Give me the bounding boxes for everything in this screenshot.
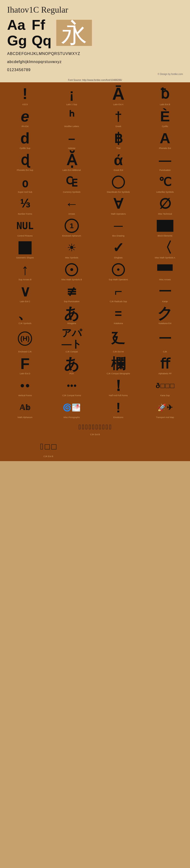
cell-pua: あ PUA <box>49 355 95 376</box>
glyph-supmathops <box>112 262 125 277</box>
glyph-miscmathsyma: 〈 <box>158 240 172 255</box>
label-mathalphanum: Math Alphanum <box>17 416 33 419</box>
dot-circle-shape <box>112 263 125 276</box>
label-misctech: Misc Technical <box>158 213 172 215</box>
cjkextb-char-8: 𠀇 <box>102 424 105 430</box>
glyph-pair-ag-top: Aa <box>7 17 27 33</box>
glyph-greekext: ά <box>114 153 123 168</box>
cjkextb-char-10: 𠀉 <box>109 424 111 430</box>
label-suparrowsb: Sup Arrows B <box>18 278 32 281</box>
label-kanasup: Kana Sup <box>160 394 170 397</box>
glyph-suppunctuation: ≢ <box>67 284 77 299</box>
black-block-shape <box>157 220 174 232</box>
label-alphabeticpf: Alphabetic PF <box>158 372 172 375</box>
glyph-pair-ag-bottom: Gg <box>7 33 27 49</box>
label-cjkextb-last: CJK Ext B <box>43 455 53 458</box>
label-pua: PUA <box>69 372 74 375</box>
glyph-cjkextb: 𠀀 𠀁 𠀂 𠀃 𠀄 𠀅 𠀆 𠀇 𠀈 𠀉 <box>2 422 188 432</box>
cell-modletters: ʰ Modifier Letters <box>49 108 95 129</box>
label-mathops: Math Operators <box>111 213 126 215</box>
glyph-greek: † <box>115 109 122 124</box>
font-title: Ihatov1C Regular <box>7 5 183 15</box>
label-numberforms: Number Forms <box>18 213 32 215</box>
picto-char-2: 🌁 <box>72 404 80 411</box>
cell-arrows: ← Arrows <box>49 195 95 217</box>
label-latinextd: Latin Ext D <box>20 372 30 375</box>
cell-cyrillic: È Cyrillic <box>142 108 188 129</box>
label-miscsymbols: Misc Symbols <box>65 256 78 259</box>
glyph-halffullforms: ！ <box>111 378 126 393</box>
glyph-cjkcompat: アパ—ト <box>62 328 82 349</box>
dot-large-2 <box>26 384 29 388</box>
glyph-katakana: = <box>115 306 122 321</box>
glyph-cjkcompatforms <box>67 378 76 393</box>
cell-controlpictures: NUL Control Pictures <box>2 217 48 239</box>
label-transportmap: Transport And Map <box>156 416 174 419</box>
cjkextb-last-char2: □ <box>45 442 50 451</box>
glyph-misctech: ∅ <box>159 196 171 212</box>
circle-outline-shape <box>112 176 125 189</box>
label-greek: Greek <box>115 125 121 128</box>
label-cjkcompatforms: CJK Compat Forms <box>62 394 81 397</box>
glyph-alphabeticpf: ﬀ <box>160 356 170 371</box>
label-cjkcompatideo: CJK Compat Ideographs <box>107 372 130 375</box>
cell-greekext: ά Greek Ext <box>95 152 142 173</box>
label-currency: Currency Symbols <box>63 191 80 193</box>
label-cjkextint: CJK Ext Int <box>113 350 124 353</box>
cell-mathalphanum: 𝔸𝕓 Math Alphanum <box>2 399 48 420</box>
label-verticalforms: Vertical Forms <box>18 394 32 397</box>
label-cjkextb: CJK Ext B <box>90 433 100 436</box>
digits: 0123456789 <box>7 67 183 73</box>
label-miscpicto: Misc Pictographs <box>64 416 80 419</box>
label-halffullforms: Half And Full Forms <box>109 394 128 397</box>
glyph-geoshapes <box>18 240 32 255</box>
cell-verticalforms: Vertical Forms <box>2 377 48 398</box>
cell-mathops: ∀ Math Operators <box>95 195 142 217</box>
glyph-numberforms: ⅓ <box>20 196 30 212</box>
cell-enclosedcjk: (H) Enclosed CJK <box>2 327 48 354</box>
glyph-latinexta: Ā <box>112 85 124 102</box>
cell-miscsymbols: ☀ Misc Symbols <box>49 239 95 260</box>
glyph-currency: ₠ <box>66 175 77 190</box>
cell-blockelements: Block Elements <box>142 217 188 239</box>
glyph-miscarrows <box>157 262 173 277</box>
glyph-latinextb: ƀ <box>160 85 169 102</box>
math-char-2: 𝕓 <box>26 404 30 411</box>
cell-enclosedalphanum: 1 Enclosed Alphanum <box>49 217 95 239</box>
glyph-mathops: ∀ <box>114 196 123 212</box>
alphabet-upper: ABCDEFGHIJKLMNOPQRSTUVWXYZ <box>7 51 183 57</box>
rect-partial-cutout <box>157 271 173 275</box>
label-hiragana: Hiragana <box>67 322 76 325</box>
label-enclosedalphanum: Enclosed Alphanum <box>62 235 81 237</box>
glyph-enclosedcjk: (H) <box>18 328 32 349</box>
target-circle-shape <box>65 263 78 276</box>
cell-latinextc: ∨ Latin Ext C <box>2 283 48 304</box>
label-miscmathsyma: Misc Math Symbols A <box>155 256 175 259</box>
cjk-glyph: 永 <box>56 20 92 46</box>
label-diacriticalsymbols: Diacriticals For Symbols <box>107 191 130 193</box>
glyph-group-fq: Ff Qq <box>32 17 51 49</box>
glyph-latinextd: F <box>21 356 30 371</box>
cell-misctech: ∅ Misc Technical <box>142 195 188 217</box>
label-punctuation: Punctuation <box>159 169 171 172</box>
glyph-ipaext: e <box>21 109 29 124</box>
label-superandsub: Super And Sub <box>18 191 32 193</box>
glyph-ascii: ! <box>23 85 28 102</box>
header-section: Ihatov1C Regular Aa Gg Ff Qq 永 ABCDEFGHI… <box>0 0 190 78</box>
cell-latinextb: ƀ Latin Ext B <box>142 84 188 107</box>
cell-latinextd: F Latin Ext D <box>2 355 48 376</box>
glyph-hebrew: – <box>68 131 75 146</box>
label-kanje: Kanje <box>162 300 168 303</box>
glyph-latin1sup: ¡ <box>69 85 74 102</box>
label-dingbats: Dingbats <box>114 256 122 259</box>
glyph-diacriticalsymbols <box>112 175 125 190</box>
glyph-mathalphanum: 𝔸𝕓 <box>20 400 30 415</box>
circle-one-shape: 1 <box>65 219 79 233</box>
glyph-pair-fq-bottom: Qq <box>32 33 51 49</box>
cell-kanje: 一 Kanje <box>142 283 188 304</box>
glyph-arrows: ← <box>65 196 78 212</box>
cell-emoticons: ! Emoticons <box>95 399 142 420</box>
cell-cjkextint: 廴 CJK Ext Int <box>95 327 142 354</box>
label-phoneticext: Phonetic Ext <box>159 147 171 150</box>
cell-cjk: 一 CJK <box>142 327 188 354</box>
